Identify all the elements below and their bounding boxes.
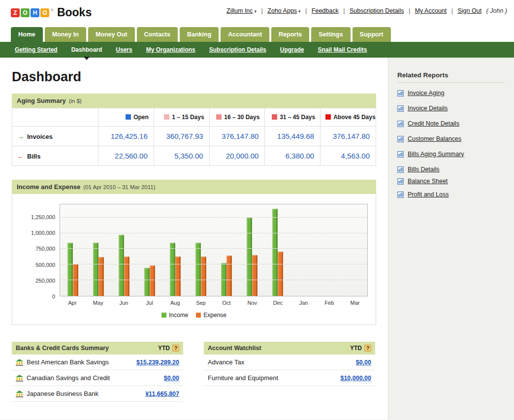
related-reports-title: Related Reports (397, 71, 505, 83)
y-tick-label: 500,000 (35, 262, 55, 268)
bank-name-cell: Japanese Business Bank (16, 390, 145, 397)
month-slot-apr (60, 204, 86, 296)
bank-row: Japanese Business Bank ¥11,665,807 (12, 386, 183, 402)
chart-legend: IncomeExpense (16, 312, 372, 319)
report-icon (397, 178, 404, 185)
sign-out-link[interactable]: Sign Out (457, 7, 482, 14)
x-axis: AprMayJunJulAugSepOctNovDecJanFebMar (60, 296, 368, 306)
bank-name: Best American Bank Savings (27, 358, 109, 366)
plot-area (60, 204, 368, 296)
income-expense-section: Income and Expense (01 Apr 2010 – 31 Mar… (12, 180, 376, 325)
bills-open-value: 22,560.00 (98, 146, 154, 166)
subnav-getting-started[interactable]: Getting Started (15, 46, 58, 53)
bar-income-sep (195, 243, 201, 296)
report-link-invoice-details[interactable]: Invoice Details (408, 105, 448, 112)
feedback-link[interactable]: Feedback (312, 7, 339, 14)
report-icon (397, 105, 404, 112)
y-tick-label: 1,250,000 (31, 214, 55, 220)
tab-money-out[interactable]: Money Out (88, 27, 135, 42)
related-reports-list: Invoice Aging Invoice Details Credit Not… (397, 90, 505, 198)
aging-summary-section: Aging Summary (in $) Open 1 – 15 Days 16… (12, 94, 376, 166)
tab-money-in[interactable]: Money In (45, 27, 86, 42)
report-icon (397, 151, 404, 158)
tab-accountant[interactable]: Accountant (221, 27, 269, 42)
x-tick-label: Aug (162, 300, 188, 306)
report-link-credit-note-details[interactable]: Credit Note Details (408, 120, 459, 127)
legend-label: Open (133, 114, 149, 121)
subnav-subscription-details[interactable]: Subscription Details (209, 46, 266, 53)
bills-arrow-icon: ← (17, 152, 24, 160)
bank-amount-link[interactable]: $15,239,289.20 (136, 359, 179, 366)
brand: ZOHO® Books (11, 6, 92, 19)
section-title: Account Watchlist (208, 345, 350, 352)
logo-letter: O (40, 8, 49, 17)
subnav-users[interactable]: Users (116, 46, 132, 53)
tab-support[interactable]: Support (353, 27, 391, 42)
account-watchlist: Account Watchlist YTD ? Advance Tax $0.0… (204, 342, 375, 402)
separator: | (305, 7, 307, 14)
tab-contacts[interactable]: Contacts (137, 27, 178, 42)
help-icon[interactable]: ? (364, 345, 371, 352)
row-label: Invoices (27, 133, 53, 140)
legend-swatch-16-30 (216, 114, 222, 120)
zoho-apps-link[interactable]: Zoho Apps▾ (267, 7, 300, 14)
tab-settings[interactable]: Settings (311, 27, 350, 42)
bank-amount-link[interactable]: ¥11,665,807 (145, 390, 179, 397)
subnav-my-organizations[interactable]: My Organizations (146, 46, 195, 53)
ytd-label: YTD (350, 345, 362, 352)
report-link-bills-details[interactable]: Bills Details (408, 166, 440, 173)
invoices-arrow-icon: → (17, 132, 24, 140)
bank-name: Japanese Business Bank (27, 390, 98, 397)
tab-reports[interactable]: Reports (271, 27, 309, 42)
report-link-invoice-aging[interactable]: Invoice Aging (408, 90, 444, 97)
invoices-1-15-value: 360,767.93 (154, 127, 209, 146)
month-slot-nov (239, 204, 265, 296)
month-slot-feb (316, 204, 342, 296)
bank-row: Best American Bank Savings $15,239,289.2… (12, 355, 183, 370)
bar-expense-jul (150, 265, 155, 296)
banks-summary-header: Banks & Credit Cards Summary YTD ? (12, 342, 183, 355)
report-link-profit-and-loss[interactable]: Profit and Loss (408, 191, 449, 198)
page-title: Dashboard (12, 69, 376, 85)
subnav-dashboard[interactable]: Dashboard (71, 46, 102, 53)
separator: | (409, 7, 410, 14)
bank-row: Canadian Savings and Credit $0.00 (12, 370, 183, 386)
zoho-apps-label: Zoho Apps (267, 7, 297, 14)
bank-amount-link[interactable]: $0.00 (164, 375, 179, 382)
chevron-down-icon: ▾ (255, 9, 257, 14)
bars-row (60, 204, 367, 296)
help-icon[interactable]: ? (172, 345, 179, 352)
subnav-snail-mail-credits[interactable]: Snail Mail Credits (318, 46, 367, 53)
list-item: Invoice Details (397, 105, 505, 112)
my-account-link[interactable]: My Account (415, 7, 447, 14)
x-tick-label: Jun (111, 300, 136, 306)
legend-16-30: 16 – 30 Days (209, 108, 265, 127)
subscription-details-link[interactable]: Subscription Details (350, 7, 404, 14)
gridline (60, 233, 367, 233)
month-slot-mar (342, 204, 367, 296)
tab-home[interactable]: Home (11, 27, 43, 42)
y-axis: 0250,000500,000750,0001,000,0001,250,000 (16, 204, 60, 296)
y-tick-label: 0 (52, 293, 55, 299)
legend-open: Open (98, 108, 154, 127)
bills-above-45-value: 4,563.00 (321, 146, 376, 166)
subnav-upgrade[interactable]: Upgrade (280, 46, 304, 53)
legend-swatch (196, 313, 201, 318)
list-item: Bills Aging Summary (397, 151, 505, 158)
bank-icon (16, 359, 23, 366)
top-header: ZOHO® Books Zillum Inc▾ | Zoho Apps▾ | F… (0, 0, 514, 20)
report-link-balance-sheet[interactable]: Balance Sheet (408, 178, 448, 185)
x-tick-label: Apr (60, 300, 85, 306)
x-tick-label: Oct (214, 300, 239, 306)
account-amount-link[interactable]: $10,000.00 (340, 375, 371, 382)
month-slot-oct (214, 204, 239, 296)
report-link-bills-aging-summary[interactable]: Bills Aging Summary (408, 151, 464, 158)
bank-name-cell: Canadian Savings and Credit (16, 374, 164, 382)
tab-banking[interactable]: Banking (180, 27, 219, 42)
gridline (60, 217, 367, 218)
report-link-customer-balances[interactable]: Customer Balances (408, 135, 461, 142)
legend-label: 16 – 30 Days (224, 114, 259, 121)
legend-swatch-1-15 (164, 114, 169, 120)
account-amount-link[interactable]: $0.00 (356, 359, 371, 366)
org-switcher-link[interactable]: Zillum Inc▾ (226, 7, 257, 14)
